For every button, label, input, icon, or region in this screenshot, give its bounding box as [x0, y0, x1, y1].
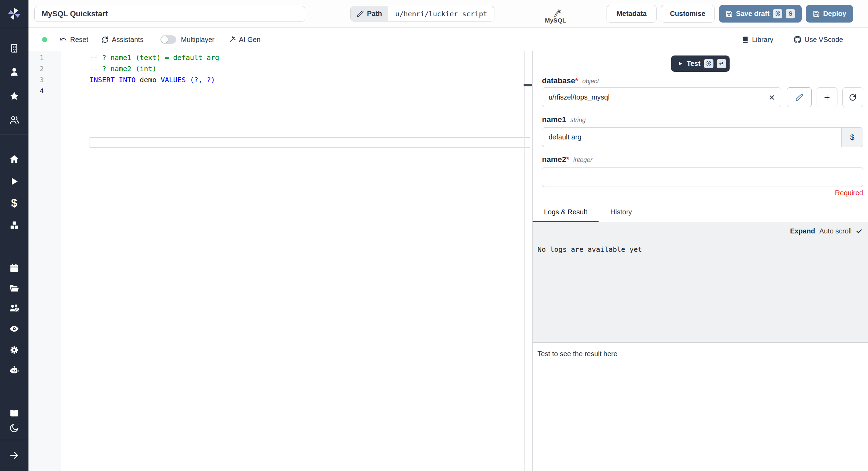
play-icon[interactable]: [6, 173, 23, 190]
library-button[interactable]: Library: [742, 28, 773, 51]
multiplayer-toggle[interactable]: [160, 35, 176, 44]
tab-logs-result[interactable]: Logs & Result: [533, 208, 599, 222]
code-lines: -- ? name1 (text) = default arg-- ? name…: [90, 52, 219, 96]
path-button[interactable]: Path: [351, 6, 388, 21]
multiplayer-label: Multiplayer: [181, 28, 215, 51]
users-icon[interactable]: [6, 112, 23, 128]
tab-history[interactable]: History: [602, 208, 640, 222]
building-icon[interactable]: [6, 40, 23, 57]
s-key-badge: S: [786, 9, 795, 18]
expand-button[interactable]: Expand: [790, 227, 815, 235]
robot-icon[interactable]: [6, 362, 23, 379]
variable-picker-button[interactable]: $: [841, 128, 863, 147]
undo-icon: [60, 36, 67, 43]
line-number: 2: [28, 63, 61, 74]
pane-split-line: [524, 51, 525, 471]
metadata-button[interactable]: Metadata: [607, 5, 657, 23]
check-icon[interactable]: [856, 228, 862, 234]
edit-resource-button[interactable]: [787, 87, 812, 107]
use-vscode-button[interactable]: Use VScode: [794, 28, 843, 51]
person-icon[interactable]: [6, 63, 23, 80]
result-placeholder: Test to see the result here: [537, 350, 617, 358]
auto-scroll-label[interactable]: Auto scroll: [819, 227, 852, 235]
logs-empty-message: No logs are available yet: [537, 245, 642, 254]
path-control: Path u/henri/luckier_script: [350, 6, 494, 22]
database-input[interactable]: u/rfiszel/tops_mysql: [542, 87, 781, 107]
title-bar: Path u/henri/luckier_script MySQL Metada…: [28, 0, 868, 28]
folder-open-icon[interactable]: [6, 280, 23, 297]
code-line[interactable]: INSERT INTO demo VALUES (?, ?): [90, 74, 219, 85]
wand-icon: [228, 36, 236, 43]
sidebar-divider: [0, 440, 28, 440]
save-icon: [813, 10, 820, 17]
sidebar-divider: [0, 135, 28, 135]
code-line[interactable]: -- ? name1 (text) = default arg: [90, 52, 219, 63]
sidebar: $: [0, 0, 28, 471]
windmill-logo-icon[interactable]: [6, 6, 23, 22]
save-icon: [726, 10, 733, 17]
save-draft-button[interactable]: Save draft ⌘ S: [719, 5, 802, 23]
line-numbers: 1234: [28, 52, 61, 96]
pencil-icon: [795, 94, 803, 101]
ai-gen-button[interactable]: AI Gen: [228, 28, 260, 51]
gear-icon[interactable]: [6, 342, 23, 358]
path-value[interactable]: u/henri/luckier_script: [388, 6, 494, 21]
enter-key-badge: ↵: [717, 59, 726, 68]
assistants-button[interactable]: Assistants: [101, 28, 143, 51]
field-label-database: database* object: [542, 76, 599, 85]
play-icon: [677, 61, 683, 67]
moon-icon[interactable]: [6, 420, 23, 436]
home-icon[interactable]: [6, 151, 23, 168]
dollar-icon[interactable]: $: [6, 195, 23, 211]
book-icon: [742, 36, 749, 43]
cmd-key-badge: ⌘: [704, 59, 713, 68]
logs-panel: Expand Auto scroll No logs are available…: [533, 222, 868, 343]
result-tabs: Logs & Result History: [533, 208, 868, 222]
add-resource-button[interactable]: [817, 87, 837, 107]
cubes-icon[interactable]: [6, 217, 23, 233]
editor-gutter: [28, 51, 61, 471]
open-book-icon[interactable]: [6, 405, 23, 421]
sidebar-divider: [0, 28, 28, 28]
editor-toolbar: Reset Assistants Multiplayer AI Gen: [28, 28, 868, 51]
arrow-right-icon[interactable]: [6, 447, 23, 464]
current-line-highlight: [90, 137, 530, 148]
refresh-icon: [101, 36, 109, 43]
field-label-name1: name1 string: [542, 115, 586, 124]
plus-icon: [823, 94, 831, 101]
status-dot: [42, 37, 47, 42]
result-area: Test to see the result here: [533, 343, 868, 471]
line-number: 4: [28, 85, 61, 96]
name2-input[interactable]: [542, 167, 863, 187]
users-gear-icon[interactable]: [6, 300, 23, 317]
clear-icon[interactable]: [763, 88, 781, 107]
script-title-input[interactable]: [34, 6, 305, 22]
run-panel: Test ⌘ ↵ database* object u/rfiszel/tops…: [533, 51, 868, 471]
app-window: $: [0, 0, 868, 471]
mysql-logo-text: MySQL: [545, 18, 566, 24]
eye-icon[interactable]: [6, 320, 23, 337]
field-label-name2: name2* integer: [542, 155, 592, 164]
reset-button[interactable]: Reset: [60, 28, 88, 51]
test-button[interactable]: Test ⌘ ↵: [671, 55, 730, 72]
pane-resize-handle[interactable]: [524, 84, 533, 86]
line-number: 1: [28, 52, 61, 63]
line-number: 3: [28, 74, 61, 85]
refresh-resource-button[interactable]: [842, 87, 863, 107]
code-line[interactable]: -- ? name2 (int): [90, 63, 219, 74]
mysql-logo: MySQL: [542, 4, 569, 24]
star-icon[interactable]: [6, 88, 23, 104]
required-error: Required: [835, 189, 863, 197]
cmd-key-badge: ⌘: [773, 9, 782, 18]
reload-icon: [849, 94, 857, 101]
name1-input[interactable]: default arg $: [542, 127, 863, 147]
github-icon: [794, 36, 801, 43]
calendar-icon[interactable]: [6, 260, 23, 276]
pencil-icon: [357, 10, 364, 17]
customise-button[interactable]: Customise: [661, 5, 715, 23]
code-line[interactable]: [90, 85, 219, 96]
deploy-button[interactable]: Deploy: [806, 5, 853, 23]
code-editor[interactable]: 1234 -- ? name1 (text) = default arg-- ?…: [28, 51, 524, 471]
path-label: Path: [367, 10, 382, 18]
